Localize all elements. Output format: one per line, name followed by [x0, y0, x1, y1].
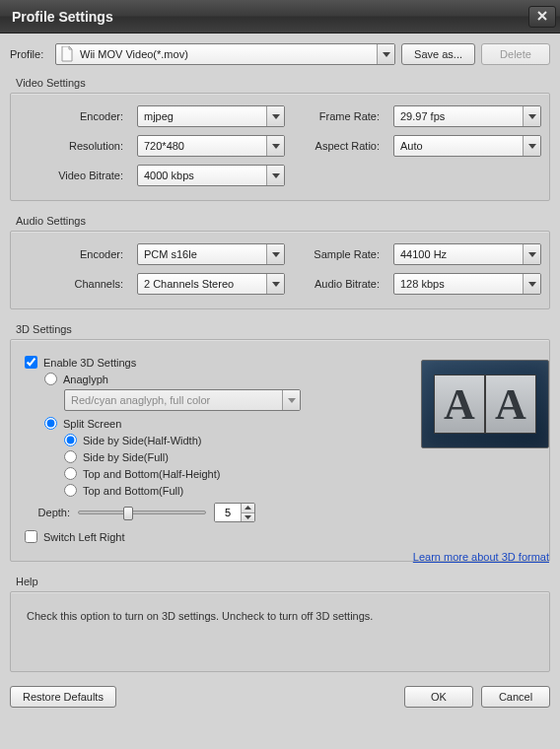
tb-full-radio[interactable]: Top and Bottom(Full): [64, 484, 330, 497]
titlebar: Profile Settings: [0, 0, 560, 34]
chevron-down-icon: [266, 244, 284, 264]
spinner-down-button[interactable]: [242, 513, 254, 522]
audio-encoder-combo[interactable]: PCM s16le: [137, 243, 285, 265]
anaglyph-radio[interactable]: Anaglyph: [44, 373, 330, 385]
video-resolution-combo[interactable]: 720*480: [137, 135, 285, 157]
profile-label: Profile:: [10, 48, 49, 60]
video-bitrate-combo[interactable]: 4000 kbps: [137, 165, 285, 186]
close-icon: [536, 10, 548, 24]
chevron-down-icon: [377, 44, 394, 64]
switch-lr-checkbox[interactable]: Switch Left Right: [25, 530, 330, 543]
depth-label: Depth:: [25, 507, 70, 518]
depth-value[interactable]: [215, 504, 241, 521]
video-encoder-combo[interactable]: mjpeg: [137, 105, 285, 127]
split-screen-radio[interactable]: Split Screen: [44, 417, 330, 430]
audio-settings-box: Encoder: PCM s16le Sample Rate: 44100 Hz…: [10, 231, 550, 309]
video-settings-group: Video Settings Encoder: mjpeg Frame Rate…: [10, 77, 550, 201]
tb-half-radio[interactable]: Top and Bottom(Half-Height): [64, 467, 330, 480]
chevron-down-icon: [523, 106, 540, 126]
chevron-down-icon: [266, 136, 284, 156]
ok-button[interactable]: OK: [404, 686, 473, 708]
help-box: Check this option to turn on 3D settings…: [10, 591, 550, 672]
profile-combo[interactable]: Wii MOV Video(*.mov): [55, 43, 395, 65]
audio-settings-title: Audio Settings: [16, 215, 550, 227]
profile-value: Wii MOV Video(*.mov): [80, 48, 188, 60]
video-encoder-label: Encoder:: [25, 110, 127, 122]
depth-slider[interactable]: [78, 511, 206, 514]
cancel-button[interactable]: Cancel: [481, 686, 550, 708]
sbs-full-radio[interactable]: Side by Side(Full): [64, 450, 330, 463]
enable-3d-checkbox[interactable]: Enable 3D Settings: [25, 356, 330, 369]
audio-settings-group: Audio Settings Encoder: PCM s16le Sample…: [10, 215, 550, 309]
video-settings-title: Video Settings: [16, 77, 550, 89]
window-title: Profile Settings: [12, 9, 113, 25]
delete-button: Delete: [481, 43, 550, 65]
audio-channels-combo[interactable]: 2 Channels Stereo: [137, 273, 285, 295]
video-aspect-combo[interactable]: Auto: [393, 135, 541, 157]
chevron-down-icon: [266, 166, 284, 185]
learn-more-link[interactable]: Learn more about 3D format: [413, 551, 549, 563]
preview-left-panel: A: [434, 374, 485, 434]
audio-bitrate-label: Audio Bitrate:: [295, 278, 384, 290]
video-bitrate-label: Video Bitrate:: [25, 170, 127, 181]
profile-row: Profile: Wii MOV Video(*.mov) Save as...…: [10, 43, 550, 65]
restore-defaults-button[interactable]: Restore Defaults: [10, 686, 116, 708]
chevron-down-icon: [523, 274, 540, 294]
save-as-button[interactable]: Save as...: [401, 43, 475, 65]
help-text: Check this option to turn on 3D settings…: [25, 604, 535, 657]
close-button[interactable]: [528, 6, 556, 28]
sbs-half-radio[interactable]: Side by Side(Half-Width): [64, 434, 330, 446]
three-d-preview: A A: [421, 360, 549, 448]
help-group: Help Check this option to turn on 3D set…: [10, 576, 550, 672]
audio-samplerate-combo[interactable]: 44100 Hz: [393, 243, 541, 265]
video-framerate-label: Frame Rate:: [295, 110, 384, 122]
chevron-down-icon: [523, 244, 540, 264]
audio-channels-label: Channels:: [25, 278, 127, 290]
audio-samplerate-label: Sample Rate:: [295, 248, 384, 260]
chevron-down-icon: [266, 106, 284, 126]
audio-encoder-label: Encoder:: [25, 248, 127, 260]
audio-bitrate-combo[interactable]: 128 kbps: [393, 273, 541, 295]
video-settings-box: Encoder: mjpeg Frame Rate: 29.97 fps Res…: [10, 93, 550, 201]
spinner-up-button[interactable]: [242, 504, 254, 513]
depth-spinner[interactable]: [214, 503, 255, 522]
slider-thumb-icon[interactable]: [123, 507, 133, 520]
chevron-down-icon: [266, 274, 284, 294]
help-title: Help: [16, 576, 550, 587]
chevron-down-icon: [282, 390, 300, 410]
video-aspect-label: Aspect Ratio:: [295, 140, 384, 152]
video-framerate-combo[interactable]: 29.97 fps: [393, 105, 541, 127]
window-body: Profile: Wii MOV Video(*.mov) Save as...…: [0, 34, 560, 717]
depth-row: Depth:: [25, 503, 330, 522]
video-resolution-label: Resolution:: [25, 140, 127, 152]
three-d-settings-title: 3D Settings: [16, 323, 550, 335]
chevron-down-icon: [523, 136, 540, 156]
document-icon: [60, 46, 74, 62]
three-d-settings-group: 3D Settings Enable 3D Settings Anaglyph …: [10, 323, 550, 562]
three-d-settings-box: Enable 3D Settings Anaglyph Red/cyan ana…: [10, 339, 550, 562]
anaglyph-type-combo: Red/cyan anaglyph, full color: [64, 389, 301, 411]
preview-right-panel: A: [485, 374, 536, 434]
dialog-footer: Restore Defaults OK Cancel: [10, 686, 550, 708]
